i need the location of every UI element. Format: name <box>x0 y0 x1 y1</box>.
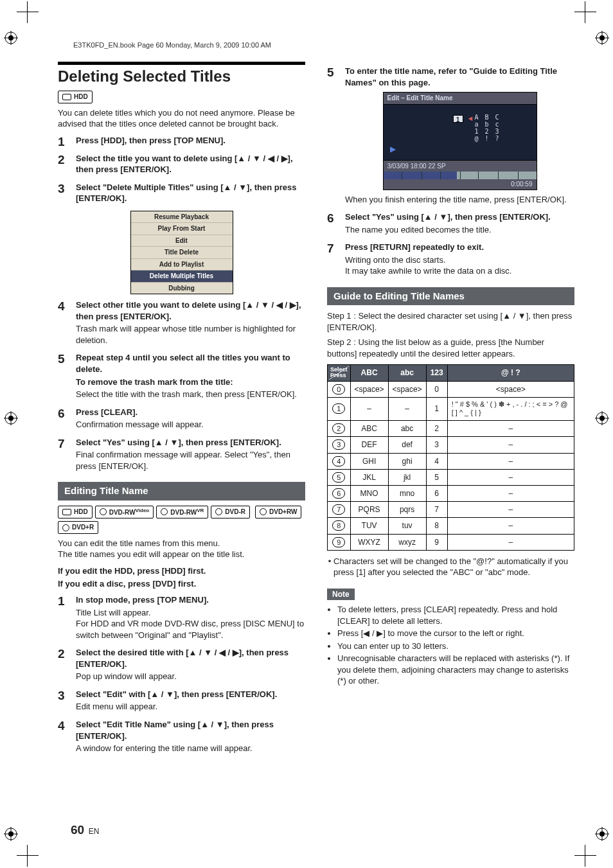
elapsed-time: 0:00:59 <box>384 179 537 190</box>
table-cell: 4 <box>426 453 447 469</box>
table-cell: mno <box>388 485 426 501</box>
keycap-icon: 3 <box>332 439 345 450</box>
keycap-icon: 5 <box>332 472 345 483</box>
table-cell: – <box>447 453 574 469</box>
step-item: Select "Yes" using [▲ / ▼], then press [… <box>58 437 305 472</box>
table-row: 5JKLjkl5– <box>328 469 574 485</box>
panel-input: 1 <box>453 115 463 123</box>
table-cell: def <box>388 437 426 453</box>
table-cell: – <box>447 534 574 550</box>
table-row: 4GHIghi4– <box>328 453 574 469</box>
table-cell: 5 <box>426 469 447 485</box>
keycap-cell: 1 <box>328 397 351 421</box>
table-cell: – <box>447 518 574 534</box>
step-item: Select the desired title with [▲ / ▼ / ◀… <box>58 647 305 682</box>
registration-mark <box>4 31 18 45</box>
steps-list-editing-cont: To enter the title name, refer to "Guide… <box>327 66 574 277</box>
table-cell: GHI <box>350 453 388 469</box>
step-item: To enter the title name, refer to "Guide… <box>327 66 574 205</box>
table-cell: – <box>350 397 388 421</box>
section-title-deleting: Deleting Selected Titles <box>58 66 305 87</box>
keycap-cell: 5 <box>328 469 351 485</box>
character-set-table: SelectPressABCabc123@ ! ? 0<space><space… <box>327 364 574 550</box>
keycap-cell: 3 <box>328 437 351 453</box>
step-item: Select "Yes" using [▲ / ▼], then press [… <box>327 211 574 235</box>
table-corner: SelectPress <box>328 365 351 381</box>
progress-bar <box>384 172 537 179</box>
keycap-icon: 6 <box>332 488 345 499</box>
table-cell: PQRS <box>350 502 388 518</box>
table-cell: 2 <box>426 421 447 437</box>
popup-menu: Resume PlaybackPlay From StartEditTitle … <box>130 211 233 295</box>
subhead-editing-title-name: Editing Title Name <box>58 482 305 500</box>
note-label: Note <box>327 589 355 600</box>
table-cell: <space> <box>350 381 388 397</box>
table-cell: – <box>447 421 574 437</box>
page-number: 60 EN <box>71 823 99 837</box>
registration-mark <box>595 827 609 841</box>
step-item: Select the title you want to delete usin… <box>58 153 305 175</box>
panel-title: Edit – Edit Title Name <box>384 93 537 105</box>
keycap-icon: 1 <box>332 403 345 414</box>
edit-title-name-panel: Edit – Edit Title Name1◄A B Ca b c1 2 3@… <box>383 92 537 190</box>
registration-mark <box>595 31 609 45</box>
note-item: To delete letters, press [CLEAR] repeate… <box>337 604 574 626</box>
keycap-icon: 4 <box>332 456 345 466</box>
note-item: You can enter up to 30 letters. <box>337 641 574 652</box>
media-chip: DVD-RWVR <box>156 506 208 519</box>
step-item: In stop mode, press [TOP MENU].Title Lis… <box>58 594 305 641</box>
popup-item: Delete Multiple Titles <box>131 270 233 283</box>
media-chip-row: HDDDVD-RWVideoDVD-RWVRDVD-RDVD+RWDVD+R <box>58 506 305 534</box>
popup-item: Edit <box>131 235 233 247</box>
table-cell: jkl <box>388 469 426 485</box>
table-header: abc <box>388 365 426 381</box>
keycap-icon: 2 <box>332 423 345 434</box>
crop-mark <box>574 1 596 23</box>
table-cell: wxyz <box>388 534 426 550</box>
table-cell: abc <box>388 421 426 437</box>
table-cell: <space> <box>447 381 574 397</box>
table-row: 8TUVtuv8– <box>328 518 574 534</box>
table-cell: – <box>447 437 574 453</box>
table-cell: WXYZ <box>350 534 388 550</box>
table-cell: JKL <box>350 469 388 485</box>
table-cell: 6 <box>426 485 447 501</box>
precondition-dvd: If you edit a disc, press [DVD] first. <box>58 578 305 590</box>
keycap-icon: 8 <box>332 520 345 531</box>
registration-mark <box>4 827 18 841</box>
left-column: Deleting Selected Titles HDD You can del… <box>58 62 305 761</box>
steps-list-editing: In stop mode, press [TOP MENU].Title Lis… <box>58 594 305 754</box>
table-cell: MNO <box>350 485 388 501</box>
table-cell: tuv <box>388 518 426 534</box>
keycap-cell: 7 <box>328 502 351 518</box>
popup-item: Dubbing <box>131 283 233 294</box>
play-icon: ▶ <box>390 144 396 154</box>
keycap-cell: 0 <box>328 381 351 397</box>
table-row: 9WXYZwxyz9– <box>328 534 574 550</box>
keycap-cell: 4 <box>328 453 351 469</box>
steps-list-deleting: Press [HDD], then press [TOP MENU].Selec… <box>58 135 305 472</box>
registration-mark <box>595 411 609 425</box>
table-row: 0<space><space>0<space> <box>328 381 574 397</box>
intro-paragraph: You can delete titles which you do not n… <box>58 107 305 130</box>
keycap-icon: 7 <box>332 504 345 515</box>
charset-grid: A B Ca b c1 2 3@ ! ? <box>475 114 501 142</box>
registration-mark <box>4 411 18 425</box>
table-cell: 8 <box>426 518 447 534</box>
keycap-cell: 2 <box>328 421 351 437</box>
table-row: 3DEFdef3– <box>328 437 574 453</box>
table-row: 7PQRSpqrs7– <box>328 502 574 518</box>
table-cell: 0 <box>426 381 447 397</box>
crop-mark <box>574 845 596 867</box>
keycap-cell: 8 <box>328 518 351 534</box>
table-cell: 3 <box>426 437 447 453</box>
table-cell: ABC <box>350 421 388 437</box>
section-rule <box>58 62 305 65</box>
popup-item: Play From Start <box>131 223 233 235</box>
table-cell: – <box>388 397 426 421</box>
keycap-icon: 9 <box>332 537 345 547</box>
media-chip: DVD+RW <box>255 506 301 519</box>
table-header: @ ! ? <box>447 365 574 381</box>
table-cell: – <box>447 485 574 501</box>
table-row: 1––1! " # $ % & ' ( ) ✽ + , - . / : ; < … <box>328 397 574 421</box>
